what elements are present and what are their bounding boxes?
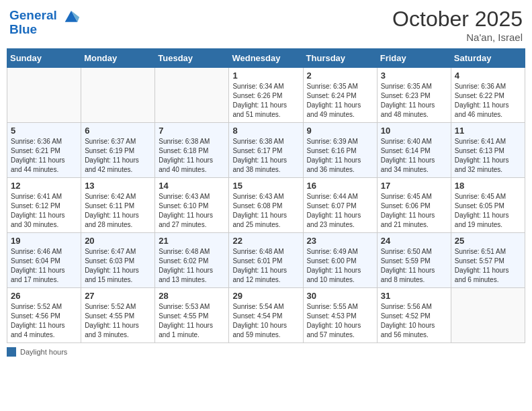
day-info: Sunrise: 6:46 AM Sunset: 6:04 PM Dayligh…	[11, 247, 77, 285]
day-number: 3	[381, 71, 447, 81]
day-of-week-header: Friday	[377, 49, 451, 68]
day-info: Sunrise: 6:34 AM Sunset: 6:26 PM Dayligh…	[232, 82, 299, 120]
calendar-cell: 28Sunrise: 5:53 AM Sunset: 4:55 PM Dayli…	[155, 288, 229, 343]
day-number: 12	[11, 181, 77, 191]
title-section: October 2025 Na'an, Israel	[392, 7, 523, 43]
calendar-cell	[155, 68, 229, 123]
day-of-week-header: Saturday	[451, 49, 525, 68]
header-row: SundayMondayTuesdayWednesdayThursdayFrid…	[7, 49, 525, 68]
day-number: 14	[159, 181, 225, 191]
day-info: Sunrise: 5:56 AM Sunset: 4:52 PM Dayligh…	[381, 302, 447, 340]
logo-icon	[62, 7, 81, 26]
location: Na'an, Israel	[392, 32, 523, 43]
day-number: 24	[381, 236, 447, 246]
calendar-cell: 24Sunrise: 6:50 AM Sunset: 5:59 PM Dayli…	[377, 233, 451, 288]
day-number: 19	[11, 236, 77, 246]
day-number: 11	[455, 126, 521, 136]
legend-color	[7, 347, 16, 357]
day-number: 18	[455, 181, 521, 191]
day-number: 8	[232, 126, 299, 136]
day-number: 1	[232, 71, 299, 81]
day-number: 30	[307, 291, 373, 301]
day-number: 4	[455, 71, 521, 81]
day-info: Sunrise: 6:43 AM Sunset: 6:08 PM Dayligh…	[232, 192, 299, 230]
day-info: Sunrise: 5:52 AM Sunset: 4:56 PM Dayligh…	[11, 302, 77, 340]
day-number: 21	[159, 236, 225, 246]
calendar-cell: 6Sunrise: 6:37 AM Sunset: 6:19 PM Daylig…	[81, 123, 155, 178]
day-info: Sunrise: 6:48 AM Sunset: 6:02 PM Dayligh…	[159, 247, 225, 285]
calendar-cell: 12Sunrise: 6:41 AM Sunset: 6:12 PM Dayli…	[7, 178, 81, 233]
day-info: Sunrise: 6:36 AM Sunset: 6:22 PM Dayligh…	[455, 82, 521, 120]
legend: Daylight hours	[7, 347, 525, 357]
calendar-cell: 22Sunrise: 6:48 AM Sunset: 6:01 PM Dayli…	[229, 233, 303, 288]
day-info: Sunrise: 6:38 AM Sunset: 6:18 PM Dayligh…	[159, 137, 225, 175]
calendar-week-row: 26Sunrise: 5:52 AM Sunset: 4:56 PM Dayli…	[7, 288, 525, 343]
day-number: 13	[85, 181, 151, 191]
calendar-cell: 11Sunrise: 6:41 AM Sunset: 6:13 PM Dayli…	[451, 123, 525, 178]
day-of-week-header: Monday	[81, 49, 155, 68]
calendar-cell: 9Sunrise: 6:39 AM Sunset: 6:16 PM Daylig…	[303, 123, 377, 178]
day-number: 10	[381, 126, 447, 136]
calendar-week-row: 5Sunrise: 6:36 AM Sunset: 6:21 PM Daylig…	[7, 123, 525, 178]
day-info: Sunrise: 6:50 AM Sunset: 5:59 PM Dayligh…	[381, 247, 447, 285]
calendar-cell: 15Sunrise: 6:43 AM Sunset: 6:08 PM Dayli…	[229, 178, 303, 233]
day-info: Sunrise: 6:39 AM Sunset: 6:16 PM Dayligh…	[307, 137, 373, 175]
day-number: 22	[232, 236, 299, 246]
day-number: 9	[307, 126, 373, 136]
day-number: 15	[232, 181, 299, 191]
calendar-body: 1Sunrise: 6:34 AM Sunset: 6:26 PM Daylig…	[7, 68, 525, 343]
day-info: Sunrise: 5:53 AM Sunset: 4:55 PM Dayligh…	[159, 302, 225, 340]
calendar-cell: 13Sunrise: 6:42 AM Sunset: 6:11 PM Dayli…	[81, 178, 155, 233]
day-info: Sunrise: 6:51 AM Sunset: 5:57 PM Dayligh…	[455, 247, 521, 285]
calendar-cell: 25Sunrise: 6:51 AM Sunset: 5:57 PM Dayli…	[451, 233, 525, 288]
calendar-header: SundayMondayTuesdayWednesdayThursdayFrid…	[7, 49, 525, 68]
day-number: 16	[307, 181, 373, 191]
day-number: 7	[159, 126, 225, 136]
calendar-week-row: 1Sunrise: 6:34 AM Sunset: 6:26 PM Daylig…	[7, 68, 525, 123]
day-info: Sunrise: 5:52 AM Sunset: 4:55 PM Dayligh…	[85, 302, 151, 340]
calendar-cell: 7Sunrise: 6:38 AM Sunset: 6:18 PM Daylig…	[155, 123, 229, 178]
month-title: October 2025	[392, 7, 523, 32]
calendar-cell: 26Sunrise: 5:52 AM Sunset: 4:56 PM Dayli…	[7, 288, 81, 343]
day-number: 5	[11, 126, 77, 136]
day-info: Sunrise: 6:35 AM Sunset: 6:24 PM Dayligh…	[307, 82, 373, 120]
day-info: Sunrise: 6:40 AM Sunset: 6:14 PM Dayligh…	[381, 137, 447, 175]
calendar-cell: 1Sunrise: 6:34 AM Sunset: 6:26 PM Daylig…	[229, 68, 303, 123]
page-header: General Blue October 2025 Na'an, Israel	[7, 7, 525, 43]
day-of-week-header: Thursday	[303, 49, 377, 68]
day-info: Sunrise: 6:42 AM Sunset: 6:11 PM Dayligh…	[85, 192, 151, 230]
calendar-cell	[451, 288, 525, 343]
calendar-cell: 10Sunrise: 6:40 AM Sunset: 6:14 PM Dayli…	[377, 123, 451, 178]
calendar-cell: 21Sunrise: 6:48 AM Sunset: 6:02 PM Dayli…	[155, 233, 229, 288]
calendar-cell: 30Sunrise: 5:55 AM Sunset: 4:53 PM Dayli…	[303, 288, 377, 343]
calendar-cell: 4Sunrise: 6:36 AM Sunset: 6:22 PM Daylig…	[451, 68, 525, 123]
day-info: Sunrise: 6:36 AM Sunset: 6:21 PM Dayligh…	[11, 137, 77, 175]
calendar-cell: 3Sunrise: 6:35 AM Sunset: 6:23 PM Daylig…	[377, 68, 451, 123]
day-of-week-header: Sunday	[7, 49, 81, 68]
logo: General Blue	[9, 7, 81, 37]
calendar-cell	[81, 68, 155, 123]
day-info: Sunrise: 6:38 AM Sunset: 6:17 PM Dayligh…	[232, 137, 299, 175]
day-of-week-header: Wednesday	[229, 49, 303, 68]
calendar-table: SundayMondayTuesdayWednesdayThursdayFrid…	[7, 48, 525, 343]
calendar-cell: 17Sunrise: 6:45 AM Sunset: 6:06 PM Dayli…	[377, 178, 451, 233]
calendar-cell: 16Sunrise: 6:44 AM Sunset: 6:07 PM Dayli…	[303, 178, 377, 233]
calendar-cell: 27Sunrise: 5:52 AM Sunset: 4:55 PM Dayli…	[81, 288, 155, 343]
calendar-week-row: 19Sunrise: 6:46 AM Sunset: 6:04 PM Dayli…	[7, 233, 525, 288]
day-number: 2	[307, 71, 373, 81]
calendar-cell: 23Sunrise: 6:49 AM Sunset: 6:00 PM Dayli…	[303, 233, 377, 288]
calendar-cell: 14Sunrise: 6:43 AM Sunset: 6:10 PM Dayli…	[155, 178, 229, 233]
calendar-cell: 29Sunrise: 5:54 AM Sunset: 4:54 PM Dayli…	[229, 288, 303, 343]
day-info: Sunrise: 6:44 AM Sunset: 6:07 PM Dayligh…	[307, 192, 373, 230]
calendar-cell: 5Sunrise: 6:36 AM Sunset: 6:21 PM Daylig…	[7, 123, 81, 178]
day-info: Sunrise: 6:37 AM Sunset: 6:19 PM Dayligh…	[85, 137, 151, 175]
day-info: Sunrise: 5:54 AM Sunset: 4:54 PM Dayligh…	[232, 302, 299, 340]
day-number: 20	[85, 236, 151, 246]
calendar-cell: 31Sunrise: 5:56 AM Sunset: 4:52 PM Dayli…	[377, 288, 451, 343]
day-number: 17	[381, 181, 447, 191]
day-info: Sunrise: 6:47 AM Sunset: 6:03 PM Dayligh…	[85, 247, 151, 285]
calendar-cell: 8Sunrise: 6:38 AM Sunset: 6:17 PM Daylig…	[229, 123, 303, 178]
calendar-cell: 18Sunrise: 6:45 AM Sunset: 6:05 PM Dayli…	[451, 178, 525, 233]
day-of-week-header: Tuesday	[155, 49, 229, 68]
calendar-week-row: 12Sunrise: 6:41 AM Sunset: 6:12 PM Dayli…	[7, 178, 525, 233]
